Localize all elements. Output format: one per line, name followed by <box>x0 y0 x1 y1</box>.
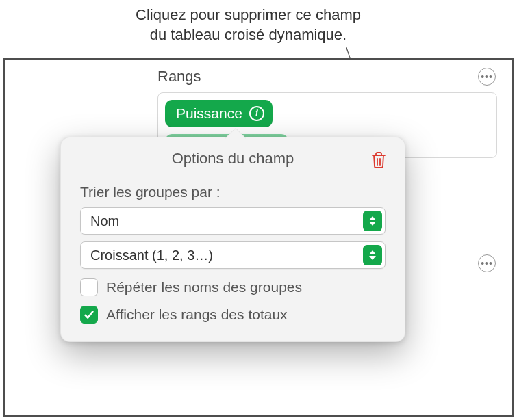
second-section-more <box>478 254 496 272</box>
more-options-button[interactable] <box>478 68 496 86</box>
repeat-groups-label: Répéter les noms des groupes <box>106 279 302 296</box>
repeat-groups-row: Répéter les noms des groupes <box>80 278 386 296</box>
field-options-popover: Options du champ Trier les groupes par :… <box>60 137 405 342</box>
checkmark-icon <box>83 309 95 321</box>
delete-field-button[interactable] <box>370 151 387 169</box>
callout-annotation: Cliquez pour supprimer ce champ du table… <box>89 5 407 44</box>
popover-header: Options du champ <box>80 150 386 168</box>
sort-field-select[interactable]: Nom <box>80 207 386 235</box>
info-icon[interactable]: i <box>249 106 264 121</box>
sort-by-label: Trier les groupes par : <box>80 184 386 200</box>
sort-order-value: Croissant (1, 2, 3…) <box>90 248 363 263</box>
section-title: Rangs <box>157 68 201 86</box>
updown-icon <box>363 211 382 231</box>
updown-icon <box>363 245 382 265</box>
show-totals-checkbox[interactable] <box>80 306 98 324</box>
popover-title: Options du champ <box>172 150 294 168</box>
show-totals-row: Afficher les rangs des totaux <box>80 306 386 324</box>
sort-field-value: Nom <box>90 213 363 229</box>
callout-line-2: du tableau croisé dynamique. <box>150 26 346 43</box>
field-chip-puissance[interactable]: Puissance i <box>165 100 273 127</box>
show-totals-label: Afficher les rangs des totaux <box>106 306 288 323</box>
chip-label: Puissance <box>176 105 242 122</box>
sort-order-select[interactable]: Croissant (1, 2, 3…) <box>80 241 386 269</box>
repeat-groups-checkbox[interactable] <box>80 278 98 296</box>
section-header: Rangs <box>142 60 512 92</box>
more-options-button-2[interactable] <box>478 254 496 272</box>
trash-icon <box>370 151 387 169</box>
callout-line-1: Cliquez pour supprimer ce champ <box>136 6 361 23</box>
